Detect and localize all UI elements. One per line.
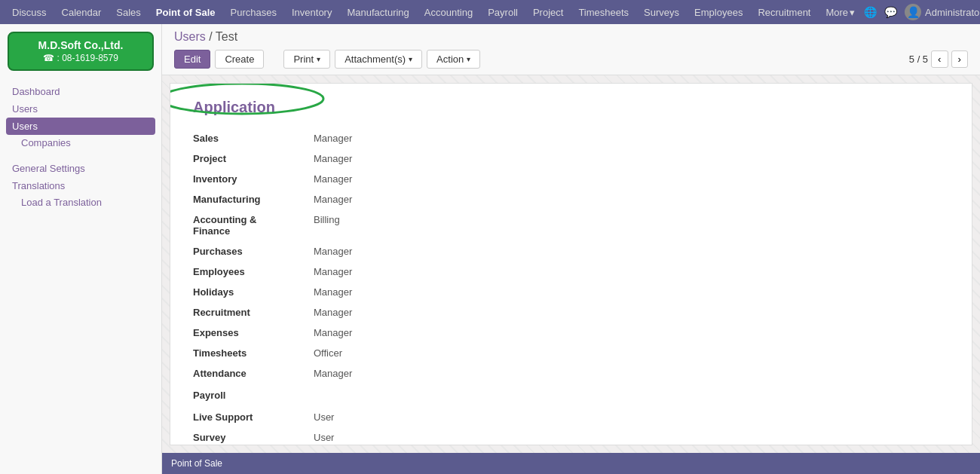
table-row: Sales Manager bbox=[193, 128, 949, 148]
breadcrumb-current: Test bbox=[216, 30, 237, 43]
nav-manufacturing[interactable]: Manufacturing bbox=[341, 4, 415, 21]
row-value: Manager bbox=[314, 169, 949, 189]
toolbar-area: Users / Test Edit Create Print ▾ Attachm… bbox=[162, 24, 980, 75]
row-value: Billing bbox=[314, 209, 949, 241]
row-label: Accounting &Finance bbox=[193, 209, 314, 241]
sidebar-item-companies[interactable]: Companies bbox=[0, 135, 161, 151]
breadcrumb-parent[interactable]: Users bbox=[174, 30, 206, 43]
nav-recruitment[interactable]: Recruitment bbox=[752, 4, 816, 21]
user-name: Administrator bbox=[925, 7, 980, 18]
nav-timesheets[interactable]: Timesheets bbox=[572, 4, 635, 21]
row-label: Survey bbox=[193, 427, 314, 445]
table-row: Employees Manager bbox=[193, 261, 949, 282]
application-table: Sales Manager Project Manager Inventory … bbox=[193, 128, 949, 445]
row-label: Purchases bbox=[193, 241, 314, 261]
breadcrumb: Users / Test bbox=[174, 30, 968, 44]
nav-inventory[interactable]: Inventory bbox=[286, 4, 338, 21]
top-nav-right: 🌐 💬 👤 Administrator bbox=[864, 4, 980, 20]
status-bar-item-pos: Point of Sale bbox=[171, 458, 222, 469]
print-label: Print bbox=[293, 54, 314, 65]
row-label: Holidays bbox=[193, 282, 314, 302]
nav-calendar[interactable]: Calendar bbox=[56, 4, 108, 21]
avatar: 👤 bbox=[905, 4, 921, 20]
row-value: Manager bbox=[314, 241, 949, 261]
nav-purchases[interactable]: Purchases bbox=[225, 4, 283, 21]
company-logo[interactable]: M.D.Soft Co.,Ltd. ☎ : 08-1619-8579 bbox=[8, 32, 154, 71]
row-label: Expenses bbox=[193, 323, 314, 343]
sidebar: M.D.Soft Co.,Ltd. ☎ : 08-1619-8579 Dashb… bbox=[0, 24, 162, 474]
row-label: Inventory bbox=[193, 169, 314, 189]
row-value: Manager bbox=[314, 323, 949, 343]
status-bar-label: Point of Sale bbox=[171, 458, 222, 469]
content-area: Application Sales Manager Project Manage… bbox=[162, 75, 980, 453]
row-label: Attendance bbox=[193, 363, 314, 384]
attachments-button[interactable]: Attachment(s) ▾ bbox=[335, 50, 422, 69]
table-row: Expenses Manager bbox=[193, 323, 949, 343]
print-chevron-icon: ▾ bbox=[317, 55, 320, 63]
sidebar-item-dashboard[interactable]: Dashboard bbox=[0, 83, 161, 100]
sidebar-item-users[interactable]: Users bbox=[6, 118, 155, 135]
sidebar-item-translations[interactable]: Translations bbox=[0, 177, 161, 194]
row-label: Manufacturing bbox=[193, 189, 314, 209]
row-value: Manager bbox=[314, 128, 949, 148]
sidebar-item-general-settings[interactable]: General Settings bbox=[0, 160, 161, 177]
row-value: Manager bbox=[314, 363, 949, 384]
pagination-area: 5 / 5 ‹ › bbox=[909, 50, 968, 68]
nav-sales[interactable]: Sales bbox=[110, 4, 147, 21]
nav-more[interactable]: More▾ bbox=[819, 4, 861, 21]
nav-project[interactable]: Project bbox=[527, 4, 569, 21]
prev-page-button[interactable]: ‹ bbox=[931, 50, 948, 68]
row-label: Live Support bbox=[193, 407, 314, 427]
table-row: Attendance Manager bbox=[193, 363, 949, 384]
next-page-button[interactable]: › bbox=[951, 50, 968, 68]
row-label: Recruitment bbox=[193, 302, 314, 323]
sidebar-item-users-group[interactable]: Users bbox=[0, 100, 161, 118]
nav-discuss[interactable]: Discuss bbox=[6, 4, 53, 21]
company-phone: ☎ : 08-1619-8579 bbox=[18, 53, 143, 63]
nav-payroll[interactable]: Payroll bbox=[482, 4, 524, 21]
chat-icon[interactable]: 💬 bbox=[884, 6, 897, 18]
table-row: Survey User bbox=[193, 427, 949, 445]
user-menu[interactable]: 👤 Administrator bbox=[905, 4, 980, 20]
table-row: Timesheets Officer bbox=[193, 343, 949, 363]
row-label: Sales bbox=[193, 128, 314, 148]
application-section-title: Application bbox=[193, 99, 949, 116]
edit-button[interactable]: Edit bbox=[174, 50, 210, 69]
row-value: Officer bbox=[314, 343, 949, 363]
payroll-row: Payroll bbox=[193, 384, 949, 407]
action-chevron-icon: ▾ bbox=[467, 55, 470, 63]
nav-accounting[interactable]: Accounting bbox=[418, 4, 479, 21]
table-row: Holidays Manager bbox=[193, 282, 949, 302]
row-value: User bbox=[314, 407, 949, 427]
sidebar-section-settings: General Settings Translations Load a Tra… bbox=[0, 155, 161, 215]
status-bar: Point of Sale bbox=[162, 453, 980, 474]
content-panel: Application Sales Manager Project Manage… bbox=[170, 83, 972, 445]
row-label: Timesheets bbox=[193, 343, 314, 363]
nav-point-of-sale[interactable]: Point of Sale bbox=[150, 4, 222, 21]
attachments-label: Attachment(s) bbox=[345, 54, 406, 65]
page-info: 5 / 5 bbox=[909, 54, 928, 65]
table-row: Project Manager bbox=[193, 148, 949, 169]
row-label: Employees bbox=[193, 261, 314, 282]
row-value: Manager bbox=[314, 261, 949, 282]
row-value: User bbox=[314, 427, 949, 445]
payroll-value bbox=[314, 384, 949, 407]
main-content: Users / Test Edit Create Print ▾ Attachm… bbox=[162, 24, 980, 474]
nav-surveys[interactable]: Surveys bbox=[638, 4, 685, 21]
action-button[interactable]: Action ▾ bbox=[427, 50, 480, 69]
print-button[interactable]: Print ▾ bbox=[283, 50, 330, 69]
action-label: Action bbox=[436, 54, 464, 65]
breadcrumb-separator: / bbox=[209, 30, 216, 43]
attachments-chevron-icon: ▾ bbox=[409, 55, 412, 63]
create-button[interactable]: Create bbox=[215, 50, 264, 69]
table-row: Inventory Manager bbox=[193, 169, 949, 189]
sidebar-item-load-translation[interactable]: Load a Translation bbox=[0, 194, 161, 210]
row-value: Manager bbox=[314, 302, 949, 323]
nav-employees[interactable]: Employees bbox=[688, 4, 749, 21]
table-row: Recruitment Manager bbox=[193, 302, 949, 323]
table-row: Accounting &Finance Billing bbox=[193, 209, 949, 241]
toolbar: Edit Create Print ▾ Attachment(s) ▾ Acti… bbox=[174, 50, 968, 69]
top-navigation: Discuss Calendar Sales Point of Sale Pur… bbox=[0, 0, 980, 24]
globe-icon[interactable]: 🌐 bbox=[864, 6, 877, 18]
table-row: Live Support User bbox=[193, 407, 949, 427]
